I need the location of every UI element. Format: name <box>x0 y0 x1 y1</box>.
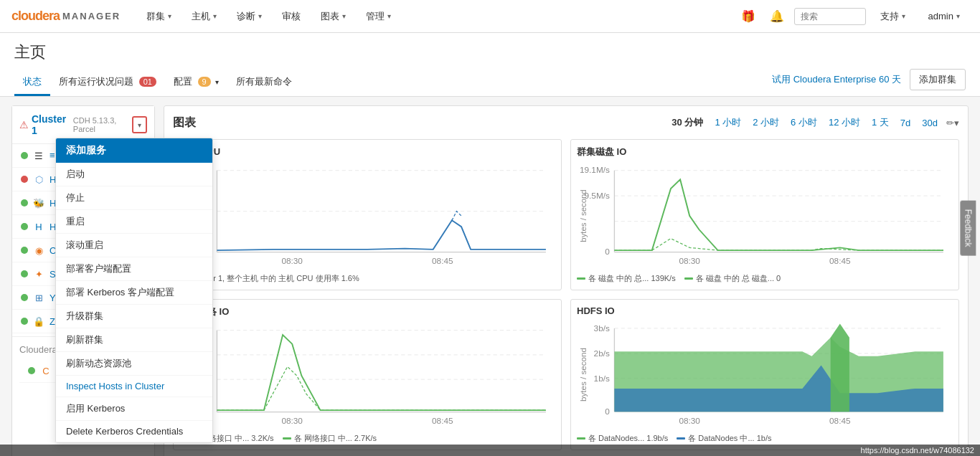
bell-icon[interactable]: 🔔 <box>765 9 788 23</box>
dropdown-refresh-pool[interactable]: 刷新动态资源池 <box>56 352 212 376</box>
chart-cpu-title: 群集 CPU <box>179 146 555 158</box>
legend-item: 各 磁盘 中的 总 磁盘... 0 <box>684 273 781 284</box>
time-30d[interactable]: 30d <box>919 116 941 130</box>
cluster-name[interactable]: Cluster 1 <box>32 113 69 136</box>
legend-color <box>684 277 693 280</box>
hue-icon: H <box>32 220 45 233</box>
legend-color <box>577 277 585 280</box>
nav-charts[interactable]: 图表 ▾ <box>312 0 354 33</box>
svg-text:08:45: 08:45 <box>829 257 850 265</box>
svg-text:0: 0 <box>605 407 610 416</box>
chart-disk-legend: 各 磁盘 中的 总... 139K/s 各 磁盘 中的 总 磁盘... 0 <box>577 273 953 284</box>
time-controls: 30 分钟 1 小时 2 小时 6 小时 12 小时 1 天 7d 30d ✏▾ <box>669 115 959 130</box>
chevron-down-icon: ▾ <box>902 12 905 20</box>
dropdown-stop[interactable]: 停止 <box>56 186 212 210</box>
cluster-version: CDH 5.13.3, Parcel <box>73 116 132 133</box>
status-bar: https://blog.csdn.net/w74086132 <box>0 445 980 456</box>
chart-hdfs: HDFS IO 3b/s 2b/s 1b/s 0 bytes / second … <box>570 299 959 450</box>
legend-color <box>283 437 291 440</box>
svg-text:2b/s: 2b/s <box>594 348 610 358</box>
chart-network-title: 群集网络 IO <box>179 305 555 318</box>
feedback-tab[interactable]: Feedback <box>961 201 976 256</box>
tab-config[interactable]: 配置 9 ▾ <box>165 70 227 96</box>
nav-support[interactable]: 支持 ▾ <box>872 0 914 33</box>
legend-label: 各 DataNodes 中... 1b/s <box>688 433 771 444</box>
chart-disk-body: 19.1M/s 9.5M/s 0 bytes / second 08:30 08… <box>577 161 953 270</box>
dropdown-restart[interactable]: 重启 <box>56 210 212 234</box>
chart-hdfs-body: 3b/s 2b/s 1b/s 0 bytes / second 08:30 08… <box>577 319 953 430</box>
spark-icon: ✦ <box>32 267 45 280</box>
dropdown-rolling-restart[interactable]: 滚动重启 <box>56 234 212 257</box>
dropdown-delete-kerberos[interactable]: Delete Kerberos Credentials <box>56 421 212 442</box>
svg-text:08:45: 08:45 <box>829 416 851 425</box>
dropdown-add-service[interactable]: 添加服务 <box>56 138 212 163</box>
brand-manager: MANAGER <box>62 11 121 22</box>
time-30min[interactable]: 30 分钟 <box>669 115 706 130</box>
svg-text:08:30: 08:30 <box>281 417 302 425</box>
svg-text:bytes / second: bytes / second <box>579 189 588 242</box>
main-content: ⚠ Cluster 1 CDH 5.13.3, Parcel ▾ 添加服务 启动… <box>0 97 980 456</box>
hdfs-icon: ⬡ <box>32 173 45 186</box>
dropdown-start[interactable]: 启动 <box>56 163 212 186</box>
search-input[interactable] <box>794 8 866 25</box>
svg-text:08:45: 08:45 <box>432 417 453 425</box>
navbar: cloudera MANAGER 群集 ▾ 主机 ▾ 诊断 ▾ 审核 图表 ▾ … <box>0 0 980 33</box>
time-7d[interactable]: 7d <box>897 116 913 130</box>
time-6h[interactable]: 6 小时 <box>788 115 820 130</box>
chevron-down-icon: ▾ <box>258 12 262 20</box>
time-1d[interactable]: 1 天 <box>869 115 892 130</box>
cluster-dropdown-button[interactable]: ▾ <box>132 116 147 133</box>
cluster-dropdown-menu: 添加服务 启动 停止 重启 滚动重启 部署客户端配置 部署 Kerberos 客… <box>55 138 213 443</box>
status-icon-ok <box>21 270 28 277</box>
nav-diagnostics[interactable]: 诊断 ▾ <box>228 0 270 33</box>
chevron-down-icon: ▾ <box>213 12 217 20</box>
time-12h[interactable]: 12 小时 <box>826 115 863 130</box>
svg-text:0: 0 <box>605 248 610 257</box>
nav-admin[interactable]: 管理 ▾ <box>357 0 400 33</box>
nav-hosts[interactable]: 主机 ▾ <box>183 0 225 33</box>
chevron-down-icon: ▾ <box>956 12 960 20</box>
nav-audit[interactable]: 审核 <box>273 0 309 33</box>
chart-cpu-legend: Cluster 1, 整个主机 中的 主机 CPU 使用率 1.6% <box>179 273 555 284</box>
tabs: 状态 所有运行状况问题 01 配置 9 ▾ 所有最新命令 试用 Cloudera… <box>14 69 966 96</box>
dropdown-upgrade-cluster[interactable]: 升级群集 <box>56 305 212 328</box>
chevron-down-icon: ▾ <box>342 12 346 20</box>
time-2h[interactable]: 2 小时 <box>750 115 782 130</box>
tab-issues[interactable]: 所有运行状况问题 01 <box>50 70 165 96</box>
tab-status[interactable]: 状态 <box>14 70 50 96</box>
cm-icon: C <box>39 364 52 377</box>
dropdown-deploy-kerberos-client[interactable]: 部署 Kerberos 客户端配置 <box>56 281 212 305</box>
dropdown-refresh-cluster[interactable]: 刷新群集 <box>56 328 212 352</box>
legend-item: 各 DataNodes 中... 1b/s <box>677 433 771 444</box>
legend-label: 各 磁盘 中的 总 磁盘... 0 <box>696 273 781 284</box>
status-icon-ok <box>21 199 28 206</box>
tab-commands[interactable]: 所有最新命令 <box>227 70 301 96</box>
edit-icon[interactable]: ✏▾ <box>946 118 959 128</box>
tabs-right: 试用 Cloudera Enterprise 60 天 添加群集 <box>772 69 966 96</box>
dropdown-enable-kerberos[interactable]: 启用 Kerberos <box>56 397 212 421</box>
chart-disk-title: 群集磁盘 IO <box>577 146 953 158</box>
brand-cloudera: cloudera <box>11 9 60 24</box>
status-icon-ok <box>21 294 28 301</box>
chart-disk: 群集磁盘 IO 19.1M/s 9.5M/s 0 bytes / second … <box>570 139 959 290</box>
add-cluster-button[interactable]: 添加群集 <box>910 69 966 90</box>
svg-text:3b/s: 3b/s <box>594 323 610 333</box>
svg-text:08:30: 08:30 <box>281 257 302 265</box>
legend-item: 各 DataNodes... 1.9b/s <box>577 433 668 444</box>
status-icon-ok <box>21 152 28 159</box>
chart-network-body: 2.9M/s 1.9M/s 977K/s 0 bytes / second 08… <box>179 321 555 430</box>
charts-grid: 群集 CPU 100% 50% 0% percent <box>173 139 959 450</box>
dropdown-inspect-hosts[interactable]: Inspect Hosts in Cluster <box>56 376 212 397</box>
legend-label: 各 网络接口 中... 2.7K/s <box>294 433 377 444</box>
gift-icon[interactable]: 🎁 <box>737 9 760 23</box>
nav-cluster[interactable]: 群集 ▾ <box>138 0 180 33</box>
status-icon-ok <box>21 223 28 230</box>
svg-marker-47 <box>831 323 849 412</box>
time-1h[interactable]: 1 小时 <box>712 115 744 130</box>
trial-link[interactable]: 试用 Cloudera Enterprise 60 天 <box>772 73 901 86</box>
dropdown-deploy-client[interactable]: 部署客户端配置 <box>56 257 212 281</box>
chart-network: 群集网络 IO 2.9M/s 1.9M/s 977K/s 0 bytes / s… <box>173 299 562 450</box>
status-icon-error <box>21 176 28 183</box>
cluster-header: ⚠ Cluster 1 CDH 5.13.3, Parcel ▾ 添加服务 启动… <box>12 106 154 144</box>
nav-user[interactable]: admin ▾ <box>920 0 969 33</box>
